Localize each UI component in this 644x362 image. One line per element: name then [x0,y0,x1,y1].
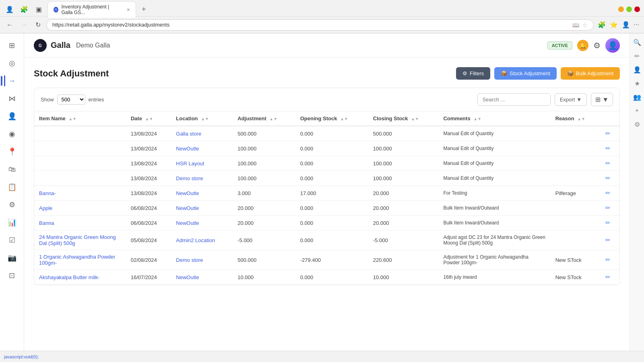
edit-icon[interactable]: ✏ [605,130,611,137]
cell-opening-stock: 0.000 [295,156,368,171]
bookmark-icon[interactable]: ☆ [582,22,588,28]
reload-button[interactable]: ↻ [33,20,43,30]
cell-reason [551,201,601,216]
right-person-icon[interactable]: 👥 [632,91,643,103]
page-title: Stock Adjustment [34,68,109,79]
edit-icon[interactable]: ✏ [605,160,611,167]
view-toggle-button[interactable]: ⊞ ▼ [591,93,613,106]
cell-opening-stock: 0.000 [295,126,368,141]
sidebar-item-bag[interactable]: 🛍 [4,161,20,177]
sidebar-item-stock[interactable]: → [4,73,20,89]
right-settings-icon[interactable]: ⚙ [632,119,643,130]
right-star-icon[interactable]: ★ [632,78,643,89]
sidebar-item-analytics[interactable]: ⋈ [4,90,20,107]
cell-edit[interactable]: ✏ [601,201,619,216]
cell-location: NewOutle [171,270,233,285]
cell-item-name: Banna [34,216,126,230]
new-tab-button[interactable]: + [139,4,149,14]
stock-adjustment-button[interactable]: 📦 Stock Adjustment [494,67,556,80]
col-comments: Comments ▲▼ [438,111,550,126]
browser-tab[interactable]: G Inventory Adjustment | Galla GS... × [47,1,136,18]
col-closing-stock: Closing Stock ▲▼ [368,111,439,126]
tab-close-btn[interactable]: × [127,7,130,12]
sort-icon: ▲▼ [269,117,277,121]
edit-icon[interactable]: ✏ [605,145,611,152]
sidebar-item-orders[interactable]: ◎ [4,55,20,71]
filters-button[interactable]: ⚙ Filters [456,67,490,80]
settings-gear-icon[interactable]: ⚙ [593,41,601,50]
sidebar-item-misc[interactable]: ⊡ [4,267,20,284]
export-button[interactable]: Export ▼ [555,93,587,106]
edit-icon[interactable]: ✏ [605,219,611,226]
user-avatar[interactable]: 👤 [605,38,620,53]
cell-edit[interactable]: ✏ [601,216,619,230]
bulk-adjustment-button[interactable]: 📦 Bulk Adjustment [561,67,620,80]
browser-profile-icon[interactable]: 👤 [4,4,15,15]
sort-icon: ▲▼ [473,117,481,121]
edit-icon[interactable]: ✏ [605,274,611,280]
sidebar-item-catalog[interactable]: 📋 [4,179,20,195]
entries-select[interactable]: 10 25 50 100 500 [57,95,85,105]
cell-item-name: 24 Mantra Organic Green Moong Dal (Split… [34,230,126,250]
right-add-icon[interactable]: + [632,105,643,116]
cell-closing-stock: 500.000 [368,126,439,141]
cell-reason: New STock [551,250,601,270]
cell-location: NewOutle [171,201,233,216]
cell-opening-stock: 17.000 [295,186,368,201]
cell-edit[interactable]: ✏ [601,270,619,285]
right-search-icon[interactable]: 🔍 [632,37,643,48]
sidebar-item-settings[interactable]: ⚙ [4,197,20,213]
page-content: Stock Adjustment ⚙ Filters 📦 Stock Adjus… [24,58,630,295]
cell-reason [551,126,601,141]
forward-button[interactable]: → [19,20,30,30]
cell-reason [551,156,601,171]
cell-adjustment: 3.000 [233,186,295,201]
table-row: 13/08/2024 HSR Layout 100.000 0.000 100.… [34,156,619,171]
address-bar[interactable]: https://retail.galla.app/mystorev2/stock… [46,19,594,31]
cell-edit[interactable]: ✏ [601,171,619,186]
notification-bell[interactable]: 🔔 [577,40,588,51]
search-box[interactable] [477,93,551,106]
sidebar-item-dashboard[interactable]: ⊞ [4,37,20,53]
sidebar-item-tasks[interactable]: ☑ [4,232,20,248]
cell-adjustment: 500.000 [233,126,295,141]
minimize-button[interactable] [618,6,624,12]
collections-icon[interactable]: ⭐ [609,20,619,29]
maximize-button[interactable] [626,6,632,12]
store-name: Demo Galla [76,42,110,49]
close-button[interactable] [634,6,640,12]
cell-edit[interactable]: ✏ [601,230,619,250]
sort-icon: ▲▼ [201,117,209,121]
right-edit-icon[interactable]: ✏ [632,50,643,62]
cell-item-name [34,156,126,171]
extensions-icon[interactable]: 🧩 [597,20,607,29]
edit-icon[interactable]: ✏ [605,175,611,181]
edit-icon[interactable]: ✏ [605,189,611,196]
cell-item-name: Banna- [34,186,126,201]
right-user-icon[interactable]: 👤 [632,64,643,75]
edit-icon[interactable]: ✏ [605,237,611,243]
sort-icon: ▲▼ [340,117,348,121]
cell-edit[interactable]: ✏ [601,250,619,270]
sidebar-item-reports[interactable]: 📊 [4,214,20,230]
sidebar-item-profile[interactable]: ◉ [4,126,20,142]
cell-adjustment: 100.000 [233,141,295,156]
cell-edit[interactable]: ✏ [601,126,619,141]
browser-tab-icon[interactable]: ▣ [33,4,44,15]
cell-edit[interactable]: ✏ [601,186,619,201]
sidebar-item-camera[interactable]: 📷 [4,250,20,266]
cell-edit[interactable]: ✏ [601,156,619,171]
more-icon[interactable]: ··· [633,20,640,29]
cell-location: Admin2 Location [171,230,233,250]
cell-comments: Manual Edit of Quantity [438,156,550,171]
search-input[interactable] [478,94,550,105]
browser-ext-icon[interactable]: 🧩 [19,4,30,15]
back-button[interactable]: ← [4,20,15,30]
sidebar-item-customers[interactable]: 👤 [4,108,20,124]
edit-icon[interactable]: ✏ [605,256,611,263]
cell-edit[interactable]: ✏ [601,141,619,156]
cell-comments: Bulk Item Inward/Outward [438,201,550,216]
edit-icon[interactable]: ✏ [605,204,611,211]
profile-circle-icon[interactable]: 👤 [621,20,631,29]
sidebar-item-location[interactable]: 📍 [4,144,20,160]
